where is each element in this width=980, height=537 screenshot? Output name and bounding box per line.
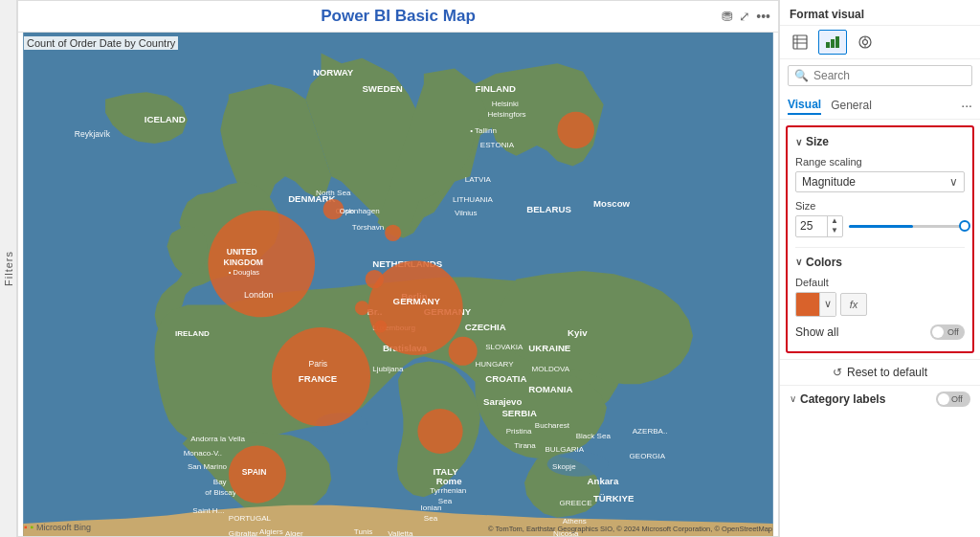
svg-text:ESTONIA: ESTONIA [480,141,515,149]
svg-text:Black Sea: Black Sea [576,432,612,440]
svg-text:Vilnius: Vilnius [455,209,478,217]
svg-text:SERBIA: SERBIA [501,408,537,418]
svg-text:HUNGARY: HUNGARY [476,360,515,369]
svg-text:FRANCE: FRANCE [299,373,338,384]
svg-text:Algiers: Algiers [259,527,283,536]
show-all-toggle[interactable]: Off [930,324,965,340]
svg-rect-96 [831,39,835,48]
svg-rect-91 [793,35,807,49]
map-source: © TomTom, Earthstar Geographics SIO, © 2… [488,525,772,533]
filter-icon[interactable]: ⛃ [722,9,733,24]
default-label: Default [795,277,965,288]
size-down-btn[interactable]: ▼ [828,226,841,235]
more-icon[interactable]: ••• [756,9,770,24]
svg-text:Bay: Bay [213,478,227,486]
size-section-title: Size [806,135,829,148]
svg-text:San Marino: San Marino [188,462,228,471]
color-swatch [796,293,819,316]
size-section: ∨ Size Range scaling Magnitude ∨ Size ▲ … [786,125,974,353]
category-chevron[interactable]: ∨ [790,393,796,404]
show-all-label: Show all [795,325,838,339]
svg-text:Rome: Rome [436,476,462,486]
svg-text:UKRAINE: UKRAINE [528,343,571,353]
toggle-off-label: Off [947,327,959,337]
category-labels-row: ∨ Category labels Off [780,386,980,413]
svg-text:ITALY: ITALY [433,466,458,477]
svg-text:Moscow: Moscow [593,198,631,209]
reset-icon: ↺ [833,366,842,379]
svg-text:Bucharest: Bucharest [535,421,570,430]
range-scaling-dropdown[interactable]: Magnitude ∨ [795,171,965,192]
svg-text:SLOVAKIA: SLOVAKIA [485,343,523,351]
svg-text:PORTUGAL: PORTUGAL [229,514,272,523]
svg-point-87 [449,337,478,366]
svg-text:• Douglas: • Douglas [229,268,259,277]
svg-text:Reykjavík: Reykjavík [75,129,111,139]
svg-text:Pristina: Pristina [506,427,532,436]
svg-text:SWEDEN: SWEDEN [362,83,402,94]
svg-text:GREECE: GREECE [560,499,593,507]
category-label: Category labels [800,392,885,406]
svg-text:NORWAY: NORWAY [313,67,354,78]
map-panel: Power BI Basic Map ⛃ ⤢ ••• Count of Orde… [17,0,779,537]
map-subtitle: Count of Order Date by Country [24,36,178,50]
map-attribution: ▪▪ Microsoft Bing [24,522,91,532]
size-chevron[interactable]: ∨ [795,137,802,147]
svg-text:Tunis: Tunis [354,527,372,536]
tab-general[interactable]: General [831,97,872,114]
colors-chevron[interactable]: ∨ [795,257,802,267]
format-tab-analytics[interactable] [851,30,880,55]
size-section-header: ∨ Size [795,135,965,148]
svg-text:Skopje: Skopje [552,462,576,471]
range-scaling-label: Range scaling [795,156,965,168]
format-tab-fields[interactable] [786,30,814,55]
format-tab-visual[interactable] [818,30,847,55]
svg-point-84 [557,112,594,149]
svg-text:CROATIA: CROATIA [485,373,526,384]
color-row: ∨ fx [795,292,965,317]
size-input[interactable] [796,217,827,235]
range-scaling-value: Magnitude [802,175,949,189]
more-options-btn[interactable]: ··· [961,98,972,113]
reset-row[interactable]: ↺ Reset to default [780,359,980,386]
map-container: Count of Order Date by Country [18,33,778,536]
reset-label: Reset to default [847,366,927,379]
color-swatch-wrap[interactable]: ∨ [795,292,836,317]
size-slider[interactable] [849,225,965,228]
svg-point-99 [863,40,868,45]
svg-text:TÜRKIYE: TÜRKIYE [593,493,635,503]
svg-point-90 [385,225,401,241]
svg-point-89 [355,301,369,315]
svg-rect-95 [826,42,830,48]
slider-thumb[interactable] [959,220,970,232]
size-spinners: ▲ ▼ [827,216,841,236]
category-labels-toggle[interactable]: Off [936,392,970,407]
right-panel: Format visual 🔍 Visual General ··· ∨ Siz… [779,0,980,537]
size-up-btn[interactable]: ▲ [828,216,841,226]
svg-text:CZECHIA: CZECHIA [465,322,506,332]
color-dropdown-btn[interactable]: ∨ [819,293,835,316]
svg-point-86 [374,321,387,333]
tab-visual[interactable]: Visual [788,96,821,115]
expand-icon[interactable]: ⤢ [739,9,750,24]
search-box[interactable]: 🔍 [788,65,972,86]
svg-text:Tirana: Tirana [514,441,536,450]
map-header: Power BI Basic Map ⛃ ⤢ ••• [18,1,778,33]
filters-strip[interactable]: Filters [0,0,17,537]
svg-text:Sarajevo: Sarajevo [483,396,522,407]
svg-text:Alger: Alger [285,529,303,536]
fx-button[interactable]: fx [840,293,867,316]
search-input[interactable] [813,69,966,82]
slider-track [849,225,965,228]
svg-text:Tórshavn: Tórshavn [352,223,385,232]
visual-general-tabs: Visual General ··· [780,92,980,120]
svg-text:• Tallinn: • Tallinn [470,126,497,135]
svg-text:GERMANY: GERMANY [393,296,441,306]
svg-text:Gibraltar: Gibraltar [229,529,258,536]
svg-text:LATVIA: LATVIA [465,175,492,184]
svg-text:Helsinki: Helsinki [492,100,519,108]
svg-text:SPAIN: SPAIN [242,467,267,477]
svg-text:Saint H...: Saint H... [192,506,224,515]
svg-text:London: London [244,290,273,300]
svg-text:Oslo: Oslo [340,207,354,215]
